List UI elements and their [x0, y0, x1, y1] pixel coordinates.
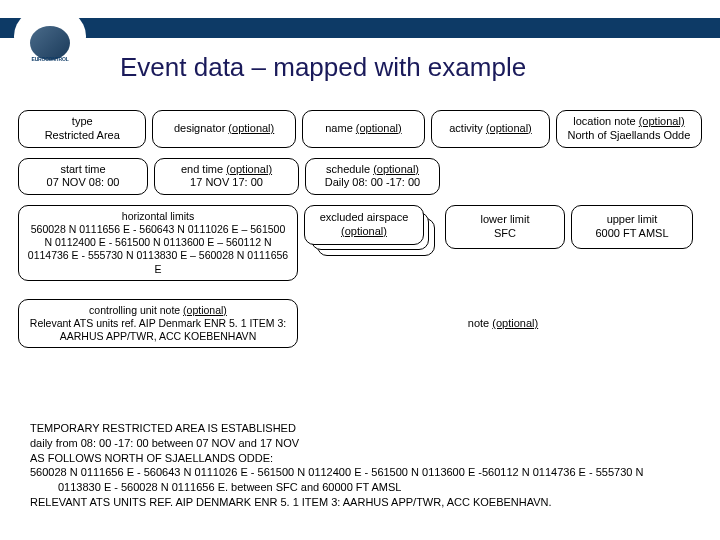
box-upper-limit: upper limit 6000 FT AMSL: [571, 205, 693, 249]
label-type: type: [27, 115, 137, 129]
box-type: type Restricted Area: [18, 110, 146, 148]
diagram-area: type Restricted Area designator (optiona…: [18, 110, 702, 358]
box-end-time: end time (optional) 17 NOV 17: 00: [154, 158, 299, 196]
label-controlling-unit: controlling unit note (optional): [27, 304, 289, 317]
value-end-time: 17 NOV 17: 00: [163, 176, 290, 190]
label-start-time: start time: [27, 163, 139, 177]
label-location: location note (optional): [565, 115, 693, 129]
value-lower-limit: SFC: [454, 227, 556, 241]
globe-icon: [30, 26, 70, 60]
box-name: name (optional): [302, 110, 426, 148]
footer-l4b: 0113830 E - 560028 N 0111656 E. between …: [30, 480, 700, 495]
label-designator: designator (optional): [161, 122, 286, 136]
footer-l5: RELEVANT ATS UNITS REF. AIP DENMARK ENR …: [30, 496, 552, 508]
label-horizontal-limits: horizontal limits: [27, 210, 289, 223]
label-excluded-airspace: excluded airspace (optional): [313, 211, 415, 239]
box-start-time: start time 07 NOV 08: 00: [18, 158, 148, 196]
footer-l1: TEMPORARY RESTRICTED AREA IS ESTABLISHED: [30, 422, 296, 434]
label-upper-limit: upper limit: [580, 213, 684, 227]
value-start-time: 07 NOV 08: 00: [27, 176, 139, 190]
label-lower-limit: lower limit: [454, 213, 556, 227]
footer-l3: AS FOLLOWS NORTH OF SJAELLANDS ODDE:: [30, 452, 273, 464]
footer-l4: 560028 N 0111656 E - 560643 N 0111026 E …: [30, 466, 643, 478]
box-location: location note (optional) North of Sjaell…: [556, 110, 702, 148]
slide-title: Event data – mapped with example: [120, 52, 526, 83]
brand-logo: EUROCONTROL: [16, 8, 84, 64]
value-horizontal-limits: 560028 N 0111656 E - 560643 N 0111026 E …: [27, 223, 289, 276]
box-activity: activity (optional): [431, 110, 550, 148]
header-bar: [0, 18, 720, 38]
box-designator: designator (optional): [152, 110, 295, 148]
box-lower-limit: lower limit SFC: [445, 205, 565, 249]
box-controlling-unit: controlling unit note (optional) Relevan…: [18, 299, 298, 348]
value-upper-limit: 6000 FT AMSL: [580, 227, 684, 241]
footer-text: TEMPORARY RESTRICTED AREA IS ESTABLISHED…: [30, 421, 700, 510]
label-name: name (optional): [311, 122, 417, 136]
footer-l2: daily from 08: 00 -17: 00 between 07 NOV…: [30, 437, 299, 449]
box-excluded-airspace: excluded airspace (optional): [304, 205, 424, 245]
label-activity: activity (optional): [440, 122, 541, 136]
label-end-time: end time (optional): [163, 163, 290, 177]
box-schedule: schedule (optional) Daily 08: 00 -17: 00: [305, 158, 440, 196]
value-controlling-unit: Relevant ATS units ref. AIP Denmark ENR …: [27, 317, 289, 343]
value-location: North of Sjaellands Odde: [565, 129, 693, 143]
label-schedule: schedule (optional): [314, 163, 431, 177]
brand-name: EUROCONTROL: [32, 56, 69, 62]
value-schedule: Daily 08: 00 -17: 00: [314, 176, 431, 190]
value-type: Restricted Area: [27, 129, 137, 143]
label-note: note (optional): [468, 317, 538, 329]
box-horizontal-limits: horizontal limits 560028 N 0111656 E - 5…: [18, 205, 298, 281]
